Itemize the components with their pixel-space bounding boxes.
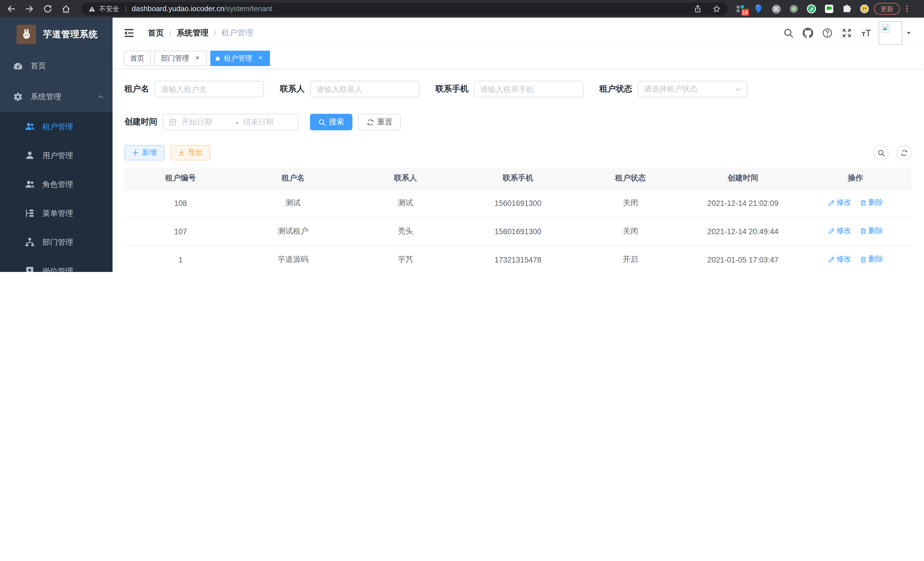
table-tools xyxy=(873,145,912,160)
fullscreen-icon[interactable] xyxy=(842,28,852,38)
cell-created: 2021-12-14 20:49:44 xyxy=(687,217,799,245)
contact-input[interactable] xyxy=(310,81,420,98)
cell-created: 2021-01-05 17:03:47 xyxy=(687,245,799,272)
sidebar-item-home[interactable]: 首页 xyxy=(0,51,112,81)
add-button[interactable]: 新增 xyxy=(124,145,164,160)
share-icon[interactable] xyxy=(694,5,702,13)
tenant-name-input[interactable] xyxy=(154,81,264,98)
breadcrumb: 首页/系统管理/租户管理 xyxy=(148,28,253,38)
update-label: 更新 xyxy=(880,4,893,13)
browser-forward-button[interactable] xyxy=(22,1,37,17)
sidebar-item-system[interactable]: 系统管理 xyxy=(0,81,112,112)
chevron-up-icon xyxy=(97,93,104,100)
export-button[interactable]: 导出 xyxy=(170,145,210,160)
close-icon[interactable]: × xyxy=(256,54,265,63)
reset-button[interactable]: 重置 xyxy=(358,114,401,130)
status-select[interactable]: 请选择租户状态 xyxy=(638,81,747,98)
tab-1[interactable]: 首页 xyxy=(124,51,151,66)
sidebar-item-menu[interactable]: 菜单管理 xyxy=(0,199,112,228)
filter-row-1: 租户名 联系人 联系手机 租户状态 请选择租户状态 xyxy=(124,81,912,98)
bookmark-star-icon[interactable] xyxy=(712,5,721,13)
table-row: 1芋道源码芋艿17321315478开启2021-01-05 17:03:47修… xyxy=(124,245,912,272)
broken-image-icon xyxy=(880,23,891,33)
sidebar-collapse-icon[interactable] xyxy=(123,27,135,39)
delete-link-label: 删除 xyxy=(868,226,883,236)
user-avatar-broken-image[interactable] xyxy=(879,21,902,45)
breadcrumb-item[interactable]: 租户管理 xyxy=(221,28,253,38)
sidebar-item-post[interactable]: 岗位管理 xyxy=(0,256,112,272)
sidebar-item-user[interactable]: 用户管理 xyxy=(0,141,112,170)
recorder-extension-icon[interactable] xyxy=(789,4,799,14)
users-icon xyxy=(25,122,35,132)
cell-created: 2021-12-14 21:02:09 xyxy=(687,189,799,217)
github-icon[interactable] xyxy=(802,28,813,38)
refresh-table-button[interactable] xyxy=(896,145,912,160)
cell-status: 关闭 xyxy=(574,217,687,245)
help-icon[interactable] xyxy=(822,28,832,38)
sidebar-item-label: 用户管理 xyxy=(43,150,105,161)
column-header: 操作 xyxy=(799,168,912,189)
trash-icon xyxy=(860,228,867,235)
delete-link[interactable]: 删除 xyxy=(860,198,883,208)
cell-id: 107 xyxy=(124,217,237,245)
sidebar-item-role[interactable]: 角色管理 xyxy=(0,170,112,199)
close-icon[interactable]: × xyxy=(194,54,202,63)
plus-icon xyxy=(132,149,139,156)
toggle-search-button[interactable] xyxy=(873,145,889,160)
status-select-placeholder: 请选择租户状态 xyxy=(644,84,698,94)
filter-tenant-name: 租户名 xyxy=(124,81,264,98)
date-range-picker[interactable]: 开始日期 - 结束日期 xyxy=(163,114,298,130)
search-icon xyxy=(318,118,326,126)
sidebar-item-label: 首页 xyxy=(31,61,104,71)
cell-mobile: 15601691300 xyxy=(462,189,574,217)
edit-link[interactable]: 修改 xyxy=(828,226,851,236)
browser-reload-button[interactable] xyxy=(40,1,56,17)
profile-avatar[interactable] xyxy=(860,4,869,14)
refresh-icon xyxy=(367,118,374,126)
mobile-input[interactable] xyxy=(474,81,584,98)
chevron-down-icon xyxy=(735,86,742,93)
cell-status: 开启 xyxy=(574,245,687,272)
command-icon: ⌘ xyxy=(772,4,781,13)
sidebar-logo-row[interactable]: 芋道管理系统 xyxy=(0,18,112,51)
create-time-label: 创建时间 xyxy=(124,117,158,127)
breadcrumb-item[interactable]: 首页 xyxy=(148,28,164,38)
browser-home-button[interactable] xyxy=(58,1,74,17)
search-button[interactable]: 搜索 xyxy=(310,114,352,130)
chat-extension-icon[interactable] xyxy=(824,4,834,14)
user-menu-caret-icon[interactable] xyxy=(906,30,912,36)
sidebar-item-tenant[interactable]: 租户管理 xyxy=(0,112,112,141)
delete-link[interactable]: 删除 xyxy=(860,226,883,236)
delete-link[interactable]: 删除 xyxy=(860,254,883,264)
tenant-table: 租户编号租户名联系人联系手机租户状态创建时间操作 108测试测试15601691… xyxy=(124,168,912,272)
extensions-puzzle-button[interactable] xyxy=(842,4,851,14)
sidebar-item-label: 租户管理 xyxy=(43,121,105,132)
balloon-icon xyxy=(754,4,763,14)
cell-actions: 修改删除 xyxy=(799,189,912,217)
edit-link[interactable]: 修改 xyxy=(828,254,851,264)
breadcrumb-item[interactable]: 系统管理 xyxy=(177,28,208,38)
tab-3[interactable]: 租户管理× xyxy=(210,51,270,66)
filter-create-time: 创建时间 开始日期 - 结束日期 xyxy=(124,114,298,130)
sidebar-item-dept[interactable]: 部门管理 xyxy=(0,228,112,256)
yuque-extension-icon[interactable] xyxy=(807,4,816,14)
pinned-extension-icon[interactable]: 10 xyxy=(736,4,746,14)
chrome-update-button[interactable]: 更新 xyxy=(874,3,900,15)
address-bar[interactable]: 不安全 dashboard.yudao.iocoder.cn /system/t… xyxy=(81,2,728,15)
command-extension-icon[interactable]: ⌘ xyxy=(771,4,781,14)
column-header: 联系人 xyxy=(349,168,462,189)
cell-mobile: 15601691300 xyxy=(462,217,574,245)
cell-id: 108 xyxy=(124,189,237,217)
column-header: 租户编号 xyxy=(124,168,237,189)
browser-back-button[interactable] xyxy=(3,1,19,17)
header-search-icon[interactable] xyxy=(783,28,794,38)
balloon-extension-icon[interactable] xyxy=(754,4,763,14)
browser-menu-icon[interactable] xyxy=(903,5,911,13)
rabbit-logo-icon xyxy=(20,28,32,40)
edit-link[interactable]: 修改 xyxy=(828,198,851,208)
top-navbar: 首页/系统管理/租户管理 xyxy=(112,18,924,48)
edit-icon xyxy=(828,228,835,235)
tab-2[interactable]: 部门管理× xyxy=(154,51,207,66)
font-size-icon[interactable] xyxy=(861,28,872,38)
home-icon xyxy=(62,4,71,14)
